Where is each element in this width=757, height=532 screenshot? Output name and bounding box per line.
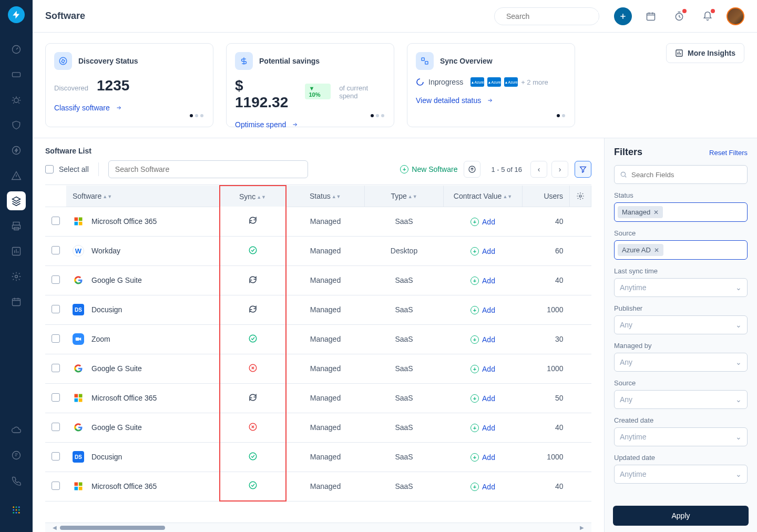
timer-icon[interactable] bbox=[670, 7, 689, 26]
filter-toggle[interactable] bbox=[575, 161, 591, 178]
row-checkbox[interactable] bbox=[52, 452, 60, 461]
nav-gear[interactable] bbox=[7, 267, 26, 286]
table-row[interactable]: Microsoft Office 365 Managed SaaS +Add 4… bbox=[45, 472, 591, 501]
add-contract[interactable]: +Add bbox=[470, 365, 495, 373]
status-cell: Managed bbox=[286, 472, 365, 501]
row-checkbox[interactable] bbox=[52, 217, 60, 225]
calendar-icon[interactable] bbox=[641, 7, 660, 26]
nav-phone[interactable] bbox=[7, 471, 26, 490]
app-logo[interactable] bbox=[8, 6, 25, 23]
pager-next[interactable]: › bbox=[551, 161, 568, 178]
table-row[interactable]: Zoom Managed SaaS +Add 30 bbox=[45, 324, 591, 354]
nav-shield[interactable] bbox=[7, 116, 26, 135]
col-status[interactable]: Status▲▼ bbox=[286, 186, 365, 207]
nav-calendar[interactable] bbox=[7, 292, 26, 311]
table-row[interactable]: DSDocusign Managed SaaS +Add 1000 bbox=[45, 442, 591, 472]
card-title: Discovery Status bbox=[78, 57, 138, 65]
add-contract[interactable]: +Add bbox=[470, 424, 495, 432]
search-software[interactable] bbox=[108, 160, 308, 178]
publisher-select[interactable]: Any⌄ bbox=[614, 315, 748, 334]
add-contract[interactable]: +Add bbox=[470, 218, 495, 226]
row-checkbox[interactable] bbox=[52, 393, 60, 402]
nav-layers[interactable] bbox=[7, 191, 26, 210]
apply-button[interactable]: Apply bbox=[613, 506, 749, 526]
nav-apps[interactable] bbox=[7, 500, 26, 519]
app-name: Workday bbox=[91, 247, 120, 255]
app-cell: Google G Suite bbox=[73, 363, 213, 374]
managedby-select[interactable]: Any⌄ bbox=[614, 353, 748, 372]
table-row[interactable]: Microsoft Office 365 Managed SaaS +Add 5… bbox=[45, 383, 591, 413]
row-checkbox[interactable] bbox=[52, 246, 60, 254]
add-contract[interactable]: +Add bbox=[470, 277, 495, 285]
app-name: Google G Suite bbox=[91, 364, 142, 373]
classify-link[interactable]: Classify software bbox=[54, 104, 204, 112]
nav-printer[interactable] bbox=[7, 217, 26, 236]
nav-cloud[interactable] bbox=[7, 421, 26, 439]
table-row[interactable]: Google G Suite Managed SaaS +Add 40 bbox=[45, 265, 591, 295]
avatar[interactable] bbox=[727, 7, 744, 25]
row-checkbox[interactable] bbox=[52, 364, 60, 372]
app-name: Google G Suite bbox=[91, 276, 142, 284]
nav-ticket[interactable] bbox=[7, 65, 26, 84]
row-checkbox[interactable] bbox=[52, 482, 60, 490]
new-software-button[interactable]: +New Software bbox=[400, 165, 457, 173]
col-settings[interactable] bbox=[570, 186, 591, 207]
list-title: Software List bbox=[45, 147, 591, 155]
users-cell: 30 bbox=[523, 324, 570, 354]
row-checkbox[interactable] bbox=[52, 334, 60, 343]
last-sync-select[interactable]: Anytime⌄ bbox=[614, 278, 748, 297]
col-sync[interactable]: Sync▲▼ bbox=[220, 186, 286, 207]
global-search-input[interactable] bbox=[506, 12, 598, 21]
add-contract[interactable]: +Add bbox=[470, 394, 495, 403]
col-users[interactable]: Users bbox=[523, 186, 570, 207]
export-button[interactable] bbox=[464, 161, 480, 178]
filter-search[interactable] bbox=[614, 165, 748, 184]
row-checkbox[interactable] bbox=[52, 423, 60, 431]
add-button[interactable] bbox=[614, 7, 632, 25]
col-type[interactable]: Type▲▼ bbox=[365, 186, 444, 207]
add-contract[interactable]: +Add bbox=[470, 306, 495, 314]
svg-rect-31 bbox=[75, 222, 78, 226]
add-contract[interactable]: +Add bbox=[470, 453, 495, 462]
nav-gauge[interactable] bbox=[7, 40, 26, 59]
sync-cell bbox=[220, 207, 286, 236]
nav-warning[interactable] bbox=[7, 166, 26, 185]
select-all[interactable]: Select all bbox=[45, 165, 89, 173]
status-filter[interactable]: Managed✕ bbox=[614, 202, 748, 222]
horizontal-scrollbar[interactable]: ◀▶ bbox=[45, 523, 591, 532]
row-checkbox[interactable] bbox=[52, 275, 60, 284]
table-row[interactable]: Google G Suite Managed SaaS +Add 40 bbox=[45, 413, 591, 442]
view-status-link[interactable]: View detailed status bbox=[416, 96, 566, 105]
source2-select[interactable]: Any⌄ bbox=[614, 390, 748, 409]
nav-bug[interactable] bbox=[7, 90, 26, 109]
table-row[interactable]: DSDocusign Managed SaaS +Add 1000 bbox=[45, 295, 591, 324]
notif-dot bbox=[711, 9, 715, 13]
more-insights-button[interactable]: More Insights bbox=[666, 43, 744, 63]
reset-filters[interactable]: Reset Filters bbox=[709, 149, 748, 157]
app-name: Microsoft Office 365 bbox=[91, 394, 157, 402]
pager-prev[interactable]: ‹ bbox=[530, 161, 547, 178]
updated-select[interactable]: Anytime⌄ bbox=[614, 465, 748, 484]
table-row[interactable]: WWorkday Managed Desktop +Add 60 bbox=[45, 236, 591, 265]
table-row[interactable]: Microsoft Office 365 Managed SaaS +Add 4… bbox=[45, 207, 591, 236]
add-contract[interactable]: +Add bbox=[470, 335, 495, 344]
sync-cell bbox=[220, 236, 286, 265]
nav-bolt[interactable] bbox=[7, 141, 26, 160]
app-cell: Microsoft Office 365 bbox=[73, 480, 213, 492]
add-contract[interactable]: +Add bbox=[470, 483, 495, 491]
bell-icon[interactable] bbox=[698, 7, 717, 26]
nav-chart[interactable] bbox=[7, 242, 26, 261]
remove-tag[interactable]: ✕ bbox=[653, 209, 659, 216]
col-software[interactable]: Software▲▼ bbox=[66, 186, 220, 207]
source-filter[interactable]: Azure AD✕ bbox=[614, 240, 748, 260]
table-row[interactable]: Google G Suite Managed SaaS +Add 1000 bbox=[45, 354, 591, 383]
row-checkbox[interactable] bbox=[52, 305, 60, 313]
global-search[interactable] bbox=[494, 7, 599, 25]
created-select[interactable]: Anytime⌄ bbox=[614, 427, 748, 446]
optimise-link[interactable]: Optimise spend bbox=[235, 120, 385, 129]
nav-note[interactable] bbox=[7, 446, 26, 465]
add-contract[interactable]: +Add bbox=[470, 247, 495, 255]
remove-tag[interactable]: ✕ bbox=[654, 247, 659, 254]
filters-title: Filters bbox=[614, 147, 642, 158]
col-contract[interactable]: Contract Value▲▼ bbox=[444, 186, 523, 207]
